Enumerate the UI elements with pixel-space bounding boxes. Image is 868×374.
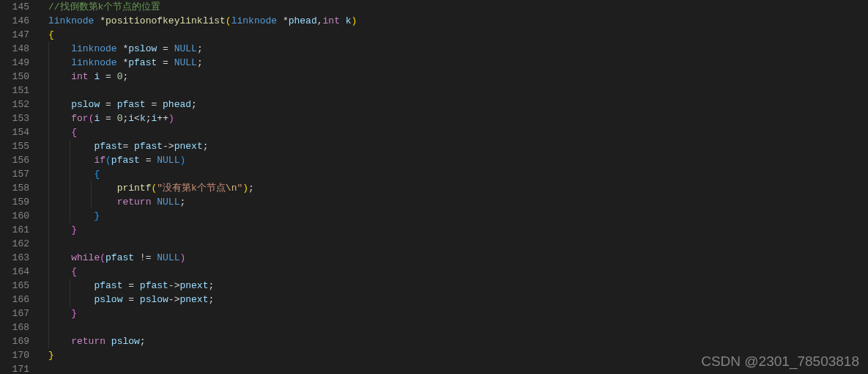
indent-guide bbox=[48, 111, 49, 125]
code-line[interactable] bbox=[48, 237, 868, 251]
indent-guide bbox=[48, 125, 49, 139]
code-token: ) bbox=[179, 155, 185, 166]
code-token bbox=[48, 252, 71, 263]
code-area[interactable]: //找倒数第k个节点的位置linknode *positionofkeylink… bbox=[37, 0, 868, 374]
line-number: 162 bbox=[0, 237, 29, 251]
code-editor[interactable]: 1451461471481491501511521531541551561571… bbox=[0, 0, 868, 374]
code-line[interactable]: pfast = pfast->pnext; bbox=[48, 279, 868, 293]
indent-guide bbox=[70, 279, 70, 293]
code-token: if bbox=[94, 155, 105, 166]
code-line[interactable]: } bbox=[48, 209, 868, 223]
code-token bbox=[48, 197, 117, 208]
indent-guide bbox=[48, 307, 49, 320]
indent-guide bbox=[70, 181, 70, 195]
code-line[interactable]: linknode *positionofkeylinklist(linknode… bbox=[48, 14, 868, 28]
code-token: = bbox=[146, 99, 163, 110]
code-token: //找倒数第k个节点的位置 bbox=[48, 1, 160, 12]
code-line[interactable]: pslow = pslow->pnext; bbox=[48, 293, 868, 307]
code-token bbox=[48, 294, 94, 305]
code-line[interactable]: printf("没有第k个节点\n"); bbox=[48, 181, 868, 195]
code-line[interactable]: linknode *pfast = NULL; bbox=[48, 56, 868, 70]
code-token: ; bbox=[146, 113, 152, 124]
code-token: ( bbox=[105, 155, 111, 166]
indent-guide bbox=[48, 84, 49, 98]
code-line[interactable]: } bbox=[48, 223, 868, 237]
code-token: pslow bbox=[140, 294, 168, 305]
code-token: = bbox=[122, 280, 139, 291]
line-number: 166 bbox=[0, 293, 29, 307]
code-token: pslow bbox=[94, 294, 122, 305]
code-line[interactable]: { bbox=[48, 28, 868, 42]
indent-guide bbox=[70, 209, 70, 223]
code-token: { bbox=[71, 127, 77, 138]
code-line[interactable]: return NULL; bbox=[48, 195, 868, 209]
line-number: 171 bbox=[0, 362, 29, 374]
code-token bbox=[48, 43, 71, 54]
code-token bbox=[48, 224, 71, 235]
code-token bbox=[48, 210, 94, 221]
code-line[interactable]: pfast= pfast->pnext; bbox=[48, 139, 868, 153]
code-line[interactable] bbox=[48, 320, 868, 334]
code-token: = bbox=[122, 294, 139, 305]
code-token: = bbox=[100, 99, 116, 110]
code-token: ; bbox=[191, 99, 197, 110]
code-line[interactable]: } bbox=[48, 348, 868, 362]
code-token: linknode bbox=[71, 43, 122, 54]
indent-guide bbox=[70, 195, 70, 209]
code-token: pfast bbox=[94, 141, 122, 152]
code-token: { bbox=[48, 29, 54, 40]
code-line[interactable]: pslow = pfast = phead; bbox=[48, 98, 868, 111]
code-token: "没有第k个节点 bbox=[157, 183, 226, 194]
line-number: 146 bbox=[0, 14, 29, 28]
code-line[interactable]: { bbox=[48, 167, 868, 181]
code-line[interactable]: { bbox=[48, 125, 868, 139]
code-line[interactable]: linknode *pslow = NULL; bbox=[48, 42, 868, 56]
code-line[interactable]: { bbox=[48, 265, 868, 279]
indent-guide bbox=[48, 139, 49, 153]
code-token: ( bbox=[100, 252, 105, 263]
indent-guide bbox=[48, 153, 49, 167]
code-token: pfast bbox=[117, 99, 146, 110]
code-token: } bbox=[71, 224, 77, 235]
indent-guide bbox=[70, 167, 70, 181]
code-token: ; bbox=[197, 43, 203, 54]
indent-guide bbox=[48, 293, 49, 307]
code-token: ; bbox=[208, 294, 214, 305]
code-line[interactable]: for(i = 0;i<k;i++) bbox=[48, 111, 868, 125]
code-token: ( bbox=[226, 15, 231, 26]
code-token: != bbox=[134, 252, 157, 263]
indent-guide bbox=[48, 334, 49, 348]
code-token bbox=[48, 141, 94, 152]
indent-guide bbox=[48, 181, 49, 195]
code-token: linknode bbox=[48, 15, 100, 26]
code-token bbox=[48, 280, 94, 291]
code-token bbox=[48, 336, 71, 347]
code-token: ; bbox=[208, 280, 214, 291]
line-number: 163 bbox=[0, 251, 29, 265]
code-line[interactable]: } bbox=[48, 307, 868, 320]
code-token: pfast bbox=[134, 141, 163, 152]
code-token: ) bbox=[242, 183, 248, 194]
code-token: -> bbox=[168, 280, 180, 291]
code-token: = bbox=[157, 43, 174, 54]
line-number: 156 bbox=[0, 153, 29, 167]
code-token: pnext bbox=[179, 280, 208, 291]
code-line[interactable]: return pslow; bbox=[48, 334, 868, 348]
code-token: ; bbox=[140, 336, 146, 347]
code-token: * bbox=[100, 15, 105, 26]
line-number: 152 bbox=[0, 98, 29, 111]
code-token: pfast bbox=[128, 57, 157, 68]
code-line[interactable]: int i = 0; bbox=[48, 70, 868, 84]
code-line[interactable]: //找倒数第k个节点的位置 bbox=[48, 0, 868, 14]
indent-guide bbox=[91, 181, 92, 195]
code-token: < bbox=[134, 113, 140, 124]
code-token bbox=[48, 127, 71, 138]
code-line[interactable] bbox=[48, 362, 868, 374]
code-token: i bbox=[128, 113, 134, 124]
code-token: -> bbox=[163, 141, 174, 152]
code-line[interactable]: if(pfast = NULL) bbox=[48, 153, 868, 167]
code-line[interactable] bbox=[48, 84, 868, 98]
code-line[interactable]: while(pfast != NULL) bbox=[48, 251, 868, 265]
line-number: 154 bbox=[0, 125, 29, 139]
line-number: 157 bbox=[0, 167, 29, 181]
